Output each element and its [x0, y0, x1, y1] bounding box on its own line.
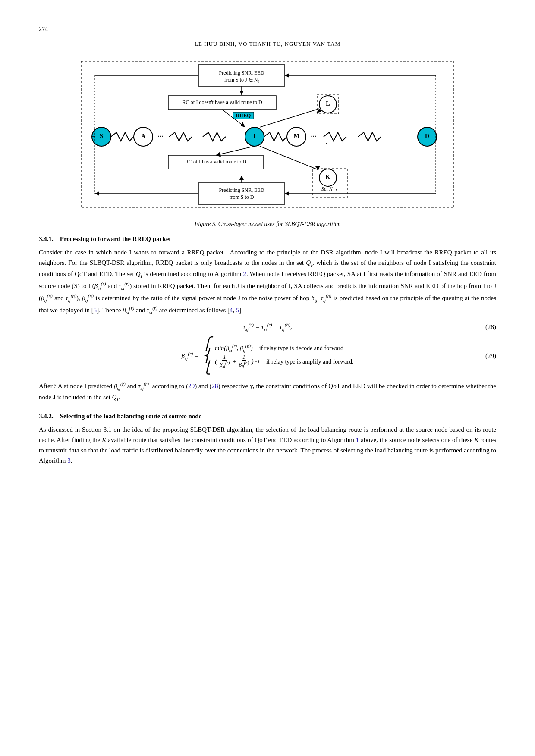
equation-29-number: (29) [485, 352, 496, 360]
svg-text:L: L [326, 100, 330, 107]
section-341-heading: 3.4.1. Processing to forward the RREQ pa… [39, 235, 496, 243]
svg-text:S: S [100, 133, 103, 139]
svg-text:M: M [293, 133, 299, 139]
diagram-svg: Predicting SNR, EED from S to J ∈ NI RC … [73, 57, 462, 216]
svg-text:D: D [425, 133, 429, 139]
equation-29-content: βsj(r) = ⎧⎨⎩ min(βsi(r), βij(h)) if rela… [160, 338, 375, 374]
svg-marker-44 [95, 191, 99, 196]
svg-text:RC of I doesn't have a valid r: RC of I doesn't have a valid route to D [182, 99, 262, 105]
svg-marker-46 [285, 191, 289, 196]
svg-text:···: ··· [157, 132, 164, 141]
equation-28-block: τsj(r) = τsi(r) + τij(h), (28) [39, 322, 496, 332]
figure-caption: Figure 5. Cross-layer model uses for SLB… [195, 221, 341, 228]
svg-text:Set N: Set N [321, 186, 333, 192]
equation-28-content: τsj(r) = τsi(r) + τij(h), [160, 322, 375, 332]
equation-28-number: (28) [485, 323, 496, 331]
svg-text:Predicting SNR, EED: Predicting SNR, EED [219, 187, 264, 193]
svg-text:I: I [335, 188, 337, 193]
svg-text:···: ··· [311, 132, 317, 141]
svg-text:K: K [326, 174, 330, 180]
svg-marker-7 [285, 73, 289, 78]
page-number: 274 [39, 26, 496, 33]
svg-text:Predicting SNR, EED: Predicting SNR, EED [219, 70, 264, 76]
svg-text:RC of I has a valid route to D: RC of I has a valid route to D [185, 159, 246, 165]
svg-text:RREQ: RREQ [236, 113, 251, 119]
svg-line-53 [216, 146, 255, 155]
svg-marker-56 [239, 176, 244, 180]
equation-29-block: βsj(r) = ⎧⎨⎩ min(βsi(r), βij(h)) if rela… [39, 338, 496, 374]
svg-line-35 [260, 146, 318, 170]
section-342-heading: 3.4.2. Selecting of the load balancing r… [39, 413, 496, 420]
svg-marker-52 [241, 122, 245, 127]
svg-text:from S to J ∈  NI: from S to J ∈ NI [224, 77, 259, 84]
section-342-para: As discussed in Section 3.1 on the idea … [39, 424, 496, 466]
section-341-para1: Consider the case in which node I wants … [39, 247, 496, 316]
figure-container: Predicting SNR, EED from S to J ∈ NI RC … [39, 57, 496, 228]
svg-line-28 [260, 109, 319, 127]
svg-marker-5 [239, 91, 244, 95]
svg-text:⋮: ⋮ [323, 136, 330, 145]
section-341-para2: After SA at node I predicted βsj(r) and … [39, 380, 496, 403]
header-title: LE HUU BINH, VO THANH TU, NGUYEN VAN TAM [39, 41, 496, 47]
svg-text:I: I [253, 133, 255, 139]
svg-text:A: A [141, 133, 146, 139]
svg-text:from S to D: from S to D [230, 194, 254, 200]
